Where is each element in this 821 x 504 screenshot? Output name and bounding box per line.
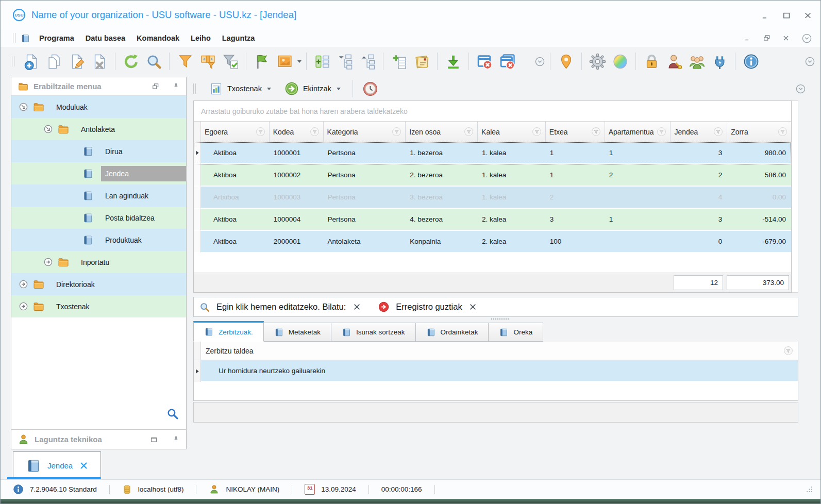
cell-apartamentua[interactable] <box>605 231 671 253</box>
table-row[interactable]: Aktiboa 1000004 Pertsona 4. bezeroa 2. k… <box>194 209 791 231</box>
maximize-button[interactable] <box>782 11 790 19</box>
tree-item-label[interactable]: Txostenak <box>52 299 94 314</box>
scheduler-clock-button[interactable] <box>360 77 381 100</box>
cell-kalea[interactable]: 1. kalea <box>478 164 546 187</box>
cell-zorra[interactable]: 980.00 <box>727 142 791 164</box>
support-pin-icon[interactable] <box>172 435 180 443</box>
tree-item-label[interactable]: Produktuak <box>101 232 146 248</box>
cell-egoera[interactable]: Aktiboa <box>201 231 270 253</box>
tab-metaketak[interactable]: Metaketak <box>264 323 331 342</box>
filter-button[interactable] <box>174 50 196 73</box>
cell-etxea[interactable]: 1 <box>546 164 605 187</box>
cell-egoera[interactable]: Aktiboa <box>201 209 270 231</box>
tree-item-dirua[interactable]: Dirua <box>11 140 186 162</box>
column-filter-icon[interactable] <box>591 127 601 137</box>
refresh-button[interactable] <box>120 50 142 73</box>
clear-search-button[interactable] <box>352 303 361 312</box>
cell-kodea[interactable]: 1000004 <box>270 209 324 231</box>
column-header-kategoria[interactable]: Kategoria <box>324 122 406 142</box>
image-view-button[interactable] <box>274 50 295 73</box>
tree-item-jendea-selected[interactable]: Jendea <box>11 162 186 184</box>
mdi-menu-chevron[interactable] <box>801 33 812 44</box>
tree-item-label[interactable]: Moduluak <box>52 99 92 115</box>
tree-item-posta-bidaltzea[interactable]: Posta bidaltzea <box>11 207 186 229</box>
table-row-archived[interactable]: Artxiboa 1000003 Pertsona 3. bezeroa 1. … <box>194 187 791 209</box>
support-panel[interactable]: Laguntza teknikoa <box>11 429 186 449</box>
panel-overflow-chevron[interactable] <box>795 83 806 94</box>
copy-record-button[interactable] <box>43 50 65 73</box>
cell-jendea[interactable]: 0 <box>671 231 727 253</box>
column-filter-icon[interactable] <box>310 127 320 137</box>
table-row[interactable]: Aktiboa 1000001 Pertsona 1. bezeroa 1. k… <box>194 142 791 164</box>
reports-dropdown-button[interactable]: Txostenak <box>204 80 276 98</box>
column-filter-icon[interactable] <box>392 127 401 137</box>
info-button[interactable] <box>740 50 762 73</box>
add-column-button[interactable] <box>388 50 410 73</box>
tree-item-label[interactable]: Dirua <box>101 144 126 159</box>
document-tab-label[interactable]: Jendea <box>47 461 73 470</box>
cell-kalea[interactable]: 2. kalea <box>478 209 546 231</box>
edit-record-button[interactable] <box>66 50 88 73</box>
tree-item-moduluak[interactable]: Moduluak <box>11 96 186 118</box>
close-document-tab-button[interactable] <box>79 461 88 471</box>
column-header-izen-osoa[interactable]: Izen osoa <box>406 122 478 142</box>
expand-node-icon[interactable] <box>19 279 28 289</box>
close-window-button[interactable] <box>474 50 495 73</box>
tree-item-inportatu[interactable]: Inportatu <box>11 251 186 273</box>
cell-kodea[interactable]: 1000003 <box>270 187 324 209</box>
expand-node-icon[interactable] <box>43 257 53 267</box>
filter-edit-hint[interactable]: Egin klik hemen editatzeko. Bilatu: <box>216 302 346 312</box>
cell-kalea[interactable]: 1. kalea <box>478 142 546 164</box>
column-header-zorra[interactable]: Zorra <box>727 122 791 142</box>
cell-kategoria[interactable]: Pertsona <box>324 142 406 164</box>
column-filter-icon[interactable] <box>256 127 265 137</box>
cell-apartamentua[interactable] <box>605 187 671 209</box>
mdi-restore-button[interactable] <box>763 35 771 42</box>
cell-izen-osoa[interactable]: 3. bezeroa <box>406 187 478 209</box>
vertical-scrollbar[interactable] <box>792 100 798 293</box>
users-button[interactable] <box>686 50 708 73</box>
cell-apartamentua[interactable]: 1 <box>605 142 671 164</box>
plugin-button[interactable] <box>709 50 730 73</box>
cell-jendea[interactable]: 2 <box>671 164 727 187</box>
notes-button[interactable] <box>411 50 432 73</box>
tab-ordainketak[interactable]: Ordainketak <box>416 323 489 342</box>
settings-button[interactable] <box>587 50 608 73</box>
cell-zorra[interactable]: -514.00 <box>727 209 791 231</box>
flag-button[interactable] <box>251 50 273 73</box>
column-filter-icon[interactable] <box>657 127 666 137</box>
table-row[interactable]: Aktiboa 1000002 Pertsona 2. bezeroa 1. k… <box>194 164 791 187</box>
delete-record-button[interactable] <box>89 50 110 73</box>
cell-egoera[interactable]: Aktiboa <box>201 164 270 187</box>
clear-scope-button[interactable] <box>468 303 478 312</box>
column-header-zerbitzu-taldea[interactable]: Zerbitzu taldea <box>201 342 798 360</box>
image-view-caret[interactable] <box>297 60 301 63</box>
color-palette-button[interactable] <box>609 50 631 73</box>
tree-search-icon[interactable] <box>166 407 179 422</box>
tree-item-produktuak[interactable]: Produktuak <box>11 229 186 251</box>
close-all-windows-button[interactable] <box>496 50 518 73</box>
cell-izen-osoa[interactable]: 4. bezeroa <box>406 209 478 231</box>
horizontal-splitter[interactable] <box>193 317 806 321</box>
collapse-node-icon[interactable] <box>19 102 28 112</box>
tree-item-label[interactable]: Lan aginduak <box>101 188 153 204</box>
collapse-node-icon[interactable] <box>43 124 53 134</box>
cell-zorra[interactable]: 0.00 <box>727 187 791 209</box>
menu-programa[interactable]: Programa <box>33 32 80 44</box>
menu-datu-basea[interactable]: Datu basea <box>80 32 131 44</box>
panel-pin-icon[interactable] <box>172 82 180 90</box>
cell-etxea[interactable]: 2 <box>546 187 605 209</box>
cell-egoera[interactable]: Aktiboa <box>201 142 270 164</box>
minimize-button[interactable] <box>761 11 769 19</box>
cell-izen-osoa[interactable]: 2. bezeroa <box>406 164 478 187</box>
menu-leiho[interactable]: Leiho <box>185 32 216 44</box>
tree-item-label[interactable]: Inportatu <box>77 255 113 270</box>
new-record-button[interactable] <box>21 50 42 73</box>
menu-komandoak[interactable]: Komandoak <box>131 32 185 44</box>
user-permissions-button[interactable] <box>663 50 685 73</box>
support-maximize-icon[interactable] <box>150 436 158 443</box>
cell-kategoria[interactable]: Pertsona <box>324 187 406 209</box>
cell-etxea[interactable]: 3 <box>546 209 605 231</box>
expand-node-icon[interactable] <box>19 301 28 311</box>
filter-scope-label[interactable]: Erregistro guztiak <box>396 302 462 312</box>
